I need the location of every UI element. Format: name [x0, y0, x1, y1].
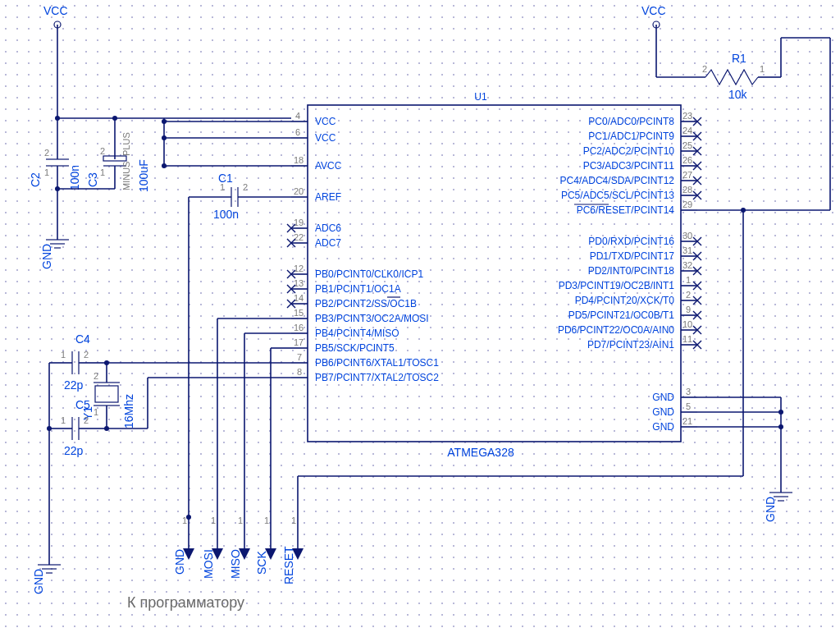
left-pins: 4 VCC 6 VCC 18 AVCC 20 AREF 19 ADC6 22 A… [287, 111, 439, 383]
svg-text:2: 2 [44, 148, 49, 158]
svg-text:PD5/PCINT21/OC0B/T1: PD5/PCINT21/OC0B/T1 [568, 309, 675, 321]
svg-text:1: 1 [264, 516, 269, 525]
svg-text:PD0/RXD/PCINT16: PD0/RXD/PCINT16 [588, 236, 674, 247]
svg-text:PD6/PCINT22/OC0A/AIN0: PD6/PCINT22/OC0A/AIN0 [558, 324, 674, 336]
svg-text:10: 10 [682, 319, 692, 329]
svg-text:RESET: RESET [282, 546, 295, 584]
svg-text:PD2/INT0/PCINT18: PD2/INT0/PCINT18 [588, 265, 675, 277]
svg-text:PB5/SCK/PCINT5: PB5/SCK/PCINT5 [315, 342, 395, 354]
svg-text:1: 1 [686, 275, 691, 285]
svg-text:100n: 100n [213, 208, 239, 221]
svg-point-145 [162, 119, 167, 124]
svg-text:C4: C4 [75, 332, 90, 346]
svg-text:GND: GND [652, 406, 674, 418]
svg-text:2: 2 [243, 182, 248, 192]
svg-text:VCC: VCC [315, 116, 336, 127]
svg-text:PB0/PCINT0/CLK0/ICP1: PB0/PCINT0/CLK0/ICP1 [315, 268, 423, 280]
svg-text:2: 2 [100, 146, 105, 156]
svg-text:C2: C2 [29, 172, 42, 187]
svg-text:PB4/PCINT4/MISO: PB4/PCINT4/MISO [315, 328, 399, 339]
svg-text:9: 9 [686, 305, 691, 314]
svg-text:PLUS: PLUS [121, 132, 131, 156]
svg-text:VCC: VCC [315, 132, 336, 144]
svg-text:PB3/PCINT3/OC2A/MOSI: PB3/PCINT3/OC2A/MOSI [315, 313, 429, 324]
svg-text:2: 2 [84, 415, 89, 425]
svg-text:PC6/RESET/PCINT14: PC6/RESET/PCINT14 [577, 204, 675, 216]
svg-text:1: 1 [61, 350, 66, 360]
svg-point-199 [104, 360, 109, 365]
svg-text:PB1/PCINT1/OC1A: PB1/PCINT1/OC1A [315, 283, 401, 295]
svg-point-147 [162, 163, 167, 168]
svg-text:6: 6 [295, 127, 300, 137]
svg-text:GND: GND [173, 549, 186, 575]
caption: К программатору [127, 594, 244, 611]
svg-text:MISO: MISO [229, 549, 242, 579]
svg-text:2: 2 [686, 290, 691, 300]
svg-text:22: 22 [294, 232, 304, 242]
svg-text:29: 29 [682, 199, 692, 209]
c2-cap: 2 1 C2 100n [29, 148, 81, 190]
c1-cap: 1 2 C1 100n [189, 172, 291, 550]
svg-text:30: 30 [682, 231, 692, 241]
svg-text:14: 14 [294, 293, 304, 303]
svg-rect-187 [95, 386, 118, 402]
programmer-arrows: 1 GND 1 MOSI 1 MISO 1 SCK 1 RESET [173, 516, 304, 584]
svg-text:PD1/TXD/PCINT17: PD1/TXD/PCINT17 [590, 250, 675, 262]
svg-text:GND: GND [40, 244, 53, 269]
svg-text:10k: 10k [728, 88, 748, 101]
svg-text:MINUS: MINUS [121, 162, 131, 190]
svg-text:PB2/PCINT2/SS/OC1B: PB2/PCINT2/SS/OC1B [315, 298, 417, 309]
svg-text:16Mhz: 16Mhz [122, 394, 135, 428]
svg-point-149 [55, 116, 60, 121]
svg-text:PD7/PCINT23/AIN1: PD7/PCINT23/AIN1 [587, 339, 674, 351]
svg-text:1: 1 [182, 516, 187, 525]
svg-text:AVCC: AVCC [315, 160, 342, 172]
svg-text:1: 1 [44, 167, 49, 177]
c3-cap: 2 1 PLUS MINUS C3 100uF [86, 118, 150, 192]
svg-text:PC5/ADC5/SCL/PCINT13: PC5/ADC5/SCL/PCINT13 [561, 190, 674, 201]
svg-text:25: 25 [682, 140, 692, 150]
svg-text:1: 1 [61, 415, 66, 425]
svg-text:R1: R1 [732, 52, 746, 65]
svg-text:PC2/ADC2/PCINT10: PC2/ADC2/PCINT10 [583, 145, 675, 157]
svg-text:27: 27 [682, 170, 692, 180]
svg-text:16: 16 [294, 323, 304, 332]
svg-text:22p: 22p [64, 444, 84, 457]
svg-text:PD3/PCINT19/OC2B/INT1: PD3/PCINT19/OC2B/INT1 [559, 280, 675, 291]
svg-text:PD4/PCINT20/XCK/T0: PD4/PCINT20/XCK/T0 [575, 295, 675, 306]
svg-text:GND: GND [652, 392, 674, 403]
svg-text:31: 31 [682, 245, 692, 255]
svg-text:C1: C1 [218, 172, 233, 185]
svg-text:PC3/ADC3/PCINT11: PC3/ADC3/PCINT11 [583, 160, 675, 172]
svg-text:2: 2 [84, 350, 89, 360]
svg-text:PB6/PCINT6/XTAL1/TOSC1: PB6/PCINT6/XTAL1/TOSC1 [315, 357, 439, 369]
svg-text:PC0/ADC0/PCINT8: PC0/ADC0/PCINT8 [588, 116, 674, 127]
svg-text:100n: 100n [68, 165, 81, 190]
ic-partnum: ATMEGA328 [447, 446, 514, 459]
svg-text:19: 19 [294, 218, 304, 227]
gnd-left-lower: GND [32, 565, 61, 594]
svg-text:21: 21 [682, 416, 692, 426]
ic-ref: U1 [474, 91, 487, 103]
svg-text:17: 17 [294, 337, 304, 347]
svg-text:PC4/ADC4/SDA/PCINT12: PC4/ADC4/SDA/PCINT12 [560, 175, 675, 186]
svg-text:GND: GND [652, 421, 674, 433]
gnd-right: GND [764, 493, 792, 522]
vcc-right-label: VCC [641, 4, 666, 17]
svg-text:ADC6: ADC6 [315, 222, 341, 234]
svg-text:18: 18 [294, 155, 304, 165]
svg-text:24: 24 [682, 126, 692, 135]
svg-text:1: 1 [100, 167, 105, 177]
u1-gnd-pins: 3 GND 5 GND 21 GND [652, 387, 697, 433]
svg-text:PC1/ADC1/PCINT9: PC1/ADC1/PCINT9 [588, 131, 674, 142]
svg-text:1: 1 [291, 516, 296, 525]
svg-point-209 [104, 426, 109, 431]
c5-cap: 1 2 C5 22p [49, 398, 109, 457]
svg-text:PB7/PCINT7/XTAL2/TOSC2: PB7/PCINT7/XTAL2/TOSC2 [315, 372, 439, 383]
svg-text:AREF: AREF [315, 191, 341, 203]
svg-text:22p: 22p [64, 378, 84, 392]
svg-text:MOSI: MOSI [202, 549, 215, 579]
svg-text:2: 2 [702, 64, 707, 74]
svg-text:13: 13 [294, 278, 304, 288]
svg-point-247 [778, 424, 783, 429]
